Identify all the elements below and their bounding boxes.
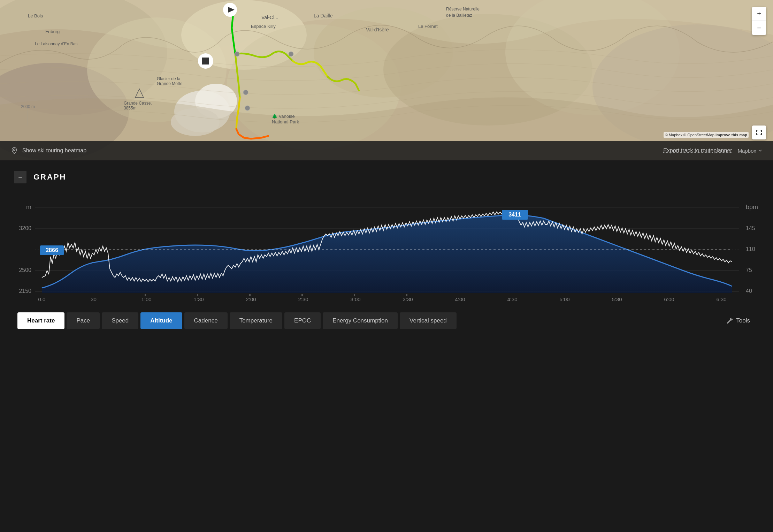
svg-point-20 [289,52,293,56]
svg-point-18 [243,90,248,95]
tab-vertical-speed[interactable]: Vertical speed [400,312,457,329]
svg-text:6:30: 6:30 [716,296,726,302]
improve-map-link[interactable]: Improve this map [715,133,747,137]
svg-text:Espace Killy: Espace Killy [251,24,276,29]
svg-text:Val-d'Isère: Val-d'Isère [366,27,389,32]
svg-text:0.0: 0.0 [38,296,46,302]
map-expand-button[interactable] [752,126,766,139]
svg-text:5:30: 5:30 [612,296,622,302]
svg-rect-75 [249,294,251,296]
svg-point-19 [245,106,250,111]
map-background: Le Bois Friburg Le Laisonnay d'En Bas Va… [0,0,773,160]
svg-text:Le Fornet: Le Fornet [418,24,438,29]
tools-button[interactable]: Tools [721,314,756,328]
svg-text:2:30: 2:30 [298,296,308,302]
svg-text:La Daille: La Daille [314,13,333,18]
tab-bar: Heart rate Pace Speed Altitude Cadence T… [14,312,759,329]
tab-cadence[interactable]: Cadence [184,312,228,329]
graph-section: − GRAPH m 3200 2500 2150 bpm 145 [0,160,773,336]
svg-text:145: 145 [746,225,755,231]
svg-text:2866: 2866 [46,247,58,253]
svg-text:Réserve Naturelle: Réserve Naturelle [446,7,480,12]
svg-text:Le Bois: Le Bois [28,13,43,18]
svg-text:3200: 3200 [19,225,31,231]
svg-text:30': 30' [91,296,98,302]
svg-text:m: m [26,204,31,211]
map-section: Le Bois Friburg Le Laisonnay d'En Bas Va… [0,0,773,160]
heatmap-label: Show ski touring heatmap [22,147,86,154]
svg-text:3:00: 3:00 [350,296,360,302]
tab-pace[interactable]: Pace [67,312,100,329]
tab-epoc[interactable]: EPOC [284,312,321,329]
svg-point-39 [14,149,15,151]
svg-text:bpm: bpm [746,204,758,211]
mapbox-logo: Mapbox [738,148,763,154]
svg-rect-78 [406,294,407,296]
svg-text:de la Bailletaz: de la Bailletaz [446,13,472,18]
svg-text:Val-Cl...: Val-Cl... [261,15,278,20]
chart-svg: m 3200 2500 2150 bpm 145 110 75 40 2866 … [14,194,759,305]
svg-rect-16 [202,58,209,64]
svg-rect-73 [145,294,146,296]
chart-wrapper: m 3200 2500 2150 bpm 145 110 75 40 2866 … [14,194,759,305]
svg-text:2150: 2150 [19,288,31,294]
tab-temperature[interactable]: Temperature [230,312,282,329]
svg-text:4:00: 4:00 [455,296,465,302]
tab-heart-rate[interactable]: Heart rate [17,312,64,329]
svg-text:3411: 3411 [508,212,521,218]
svg-rect-77 [354,294,355,296]
wrench-icon [726,317,733,324]
svg-text:110: 110 [746,246,755,252]
map-bottom-bar: Show ski touring heatmap Export track to… [0,141,773,160]
tools-label: Tools [736,317,750,324]
svg-text:Le Laisonnay d'En Bas: Le Laisonnay d'En Bas [35,41,77,46]
tab-altitude[interactable]: Altitude [140,312,182,329]
svg-text:75: 75 [746,267,752,273]
svg-text:4:30: 4:30 [507,296,517,302]
svg-text:Glacier de la: Glacier de la [157,76,181,81]
svg-rect-76 [301,294,303,296]
map-zoom-controls: + − [752,7,766,35]
svg-text:1:30: 1:30 [193,296,204,302]
chevron-down-icon [758,148,763,153]
svg-text:6:00: 6:00 [664,296,674,302]
svg-text:National Park: National Park [272,119,299,124]
svg-text:Grande Motte: Grande Motte [157,81,183,86]
svg-text:Friburg: Friburg [45,29,60,34]
svg-text:3855m: 3855m [124,106,137,111]
svg-text:2500: 2500 [19,267,31,273]
zoom-out-button[interactable]: − [752,21,766,35]
map-heatmap-toggle[interactable]: Show ski touring heatmap [10,147,86,154]
graph-collapse-button[interactable]: − [14,171,26,183]
svg-point-17 [235,52,239,56]
svg-text:40: 40 [746,288,752,294]
svg-rect-74 [197,294,198,296]
svg-text:1:00: 1:00 [141,296,151,302]
svg-text:Grande Casse,: Grande Casse, [124,101,152,106]
zoom-in-button[interactable]: + [752,7,766,21]
svg-text:🌲 Vanoise: 🌲 Vanoise [272,113,295,119]
export-label[interactable]: Export track to routeplanner [663,147,732,154]
graph-header: − GRAPH [14,171,759,183]
map-export-controls: Export track to routeplanner Mapbox [663,147,763,154]
map-attribution: © Mapbox © OpenStreetMap Improve this ma… [664,132,749,138]
svg-text:3:30: 3:30 [403,296,413,302]
tab-speed[interactable]: Speed [102,312,138,329]
tab-energy-consumption[interactable]: Energy Consumption [323,312,398,329]
svg-text:5:00: 5:00 [559,296,569,302]
svg-text:2:00: 2:00 [246,296,256,302]
location-icon [10,147,18,154]
graph-title: GRAPH [33,173,66,182]
